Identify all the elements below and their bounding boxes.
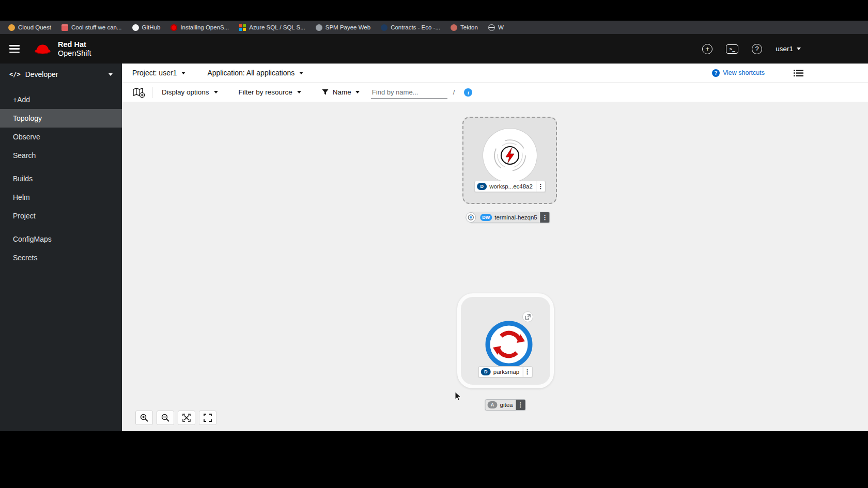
sidebar-item-topology[interactable]: Topology xyxy=(0,109,122,128)
masthead: Red Hat OpenShift + >_ ? user1 xyxy=(0,34,868,64)
github-favicon xyxy=(132,24,139,31)
bookmark-github[interactable]: GitHub xyxy=(132,24,161,31)
spm-favicon xyxy=(316,24,322,31)
brand-openshift: OpenShift xyxy=(58,49,91,57)
bookmark-cloud-quest[interactable]: Cloud Quest xyxy=(8,24,51,31)
web-terminal-icon[interactable]: >_ xyxy=(726,44,738,54)
sidebar-item-observe[interactable]: Observe xyxy=(0,128,122,146)
question-circle-icon: ? xyxy=(712,69,720,77)
user-name: user1 xyxy=(776,45,793,53)
mouse-cursor xyxy=(455,391,462,402)
application-badge: A xyxy=(488,401,498,408)
chevron-down-icon xyxy=(355,91,360,93)
perspective-switcher[interactable]: </> Developer xyxy=(0,64,122,83)
external-link-decorator[interactable] xyxy=(522,311,533,322)
external-link-icon xyxy=(525,314,531,320)
add-plus-circle-icon[interactable]: + xyxy=(702,44,712,54)
kebab-menu-icon[interactable] xyxy=(516,400,525,410)
contracts-favicon xyxy=(381,24,388,31)
bookmark-label: SPM Payee Web xyxy=(326,24,370,30)
workspace-node-label[interactable]: D worksp...ec48a2 xyxy=(474,181,546,192)
zoom-in-button[interactable] xyxy=(135,411,153,425)
bookmark-cool-stuff[interactable]: Cool stuff we can... xyxy=(61,24,122,31)
chevron-down-icon xyxy=(299,72,303,74)
tekton-favicon xyxy=(451,24,457,31)
filter-funnel-icon xyxy=(322,89,329,96)
bookmark-label: Contracts - Eco -... xyxy=(391,24,440,30)
context-bar-right: ? View shortcuts xyxy=(712,69,803,77)
chevron-down-icon xyxy=(181,72,185,74)
masthead-utilities: + >_ ? user1 xyxy=(702,44,801,54)
project-selector-label: Project: user1 xyxy=(132,69,177,77)
bookmark-azure-sql[interactable]: Azure SQL / SQL S... xyxy=(239,24,305,31)
bookmark-tekton[interactable]: Tekton xyxy=(451,24,478,31)
kebab-menu-icon[interactable] xyxy=(540,212,550,223)
fit-to-screen-button[interactable] xyxy=(178,411,195,425)
view-shortcuts-link[interactable]: ? View shortcuts xyxy=(712,69,765,77)
workspace-node-circle[interactable] xyxy=(483,129,537,182)
deployment-badge: D xyxy=(477,183,487,190)
name-filter-dropdown[interactable]: Name xyxy=(322,88,360,96)
bookmark-label: Tekton xyxy=(460,24,478,30)
openshift-favicon xyxy=(171,24,177,31)
parksmap-ring xyxy=(488,323,530,366)
user-menu[interactable]: user1 xyxy=(776,45,801,53)
redhat-fedora-icon xyxy=(33,42,53,56)
reading-list-favicon xyxy=(61,24,68,31)
sidebar-item-add[interactable]: +Add xyxy=(0,90,122,109)
display-options-dropdown[interactable]: Display options xyxy=(162,88,218,96)
sidebar-item-configmaps[interactable]: ConfigMaps xyxy=(0,230,122,248)
globe-favicon xyxy=(488,24,495,31)
topology-toolbar: Display options Filter by resource Name … xyxy=(122,83,868,102)
sidebar-item-secrets[interactable]: Secrets xyxy=(0,248,122,267)
display-options-label: Display options xyxy=(162,88,209,96)
project-selector[interactable]: Project: user1 xyxy=(132,69,185,77)
bookmark-contracts[interactable]: Contracts - Eco -... xyxy=(381,24,440,31)
zoom-out-button[interactable] xyxy=(157,411,174,425)
node-label-text: gitea xyxy=(500,402,516,408)
sidebar-item-search[interactable]: Search xyxy=(0,146,122,165)
nav-section-gap xyxy=(0,165,122,169)
devworkspace-bolt-icon xyxy=(491,137,529,174)
find-by-name-input[interactable] xyxy=(371,86,447,99)
parksmap-node[interactable] xyxy=(484,320,534,369)
kebab-menu-icon[interactable] xyxy=(522,367,532,377)
chevron-down-icon xyxy=(297,91,301,93)
hamburger-menu-icon[interactable] xyxy=(9,45,20,53)
brand-redhat: Red Hat xyxy=(58,40,91,49)
deployment-badge: D xyxy=(481,368,491,375)
topology-canvas[interactable]: D worksp...ec48a2 DW terminal-hezqn5 xyxy=(122,102,868,431)
sidebar-item-helm[interactable]: Helm xyxy=(0,188,122,207)
cloud-quest-favicon xyxy=(8,24,15,31)
parksmap-node-label[interactable]: D parksmap xyxy=(478,366,533,377)
perspective-label: Developer xyxy=(25,70,58,78)
redhat-openshift-logo[interactable]: Red Hat OpenShift xyxy=(33,40,91,57)
bookmark-spm-payee-web[interactable]: SPM Payee Web xyxy=(316,24,370,31)
main-content: Project: user1 Application: All applicat… xyxy=(122,64,868,431)
sidebar-item-builds[interactable]: Builds xyxy=(0,169,122,188)
bookmark-w[interactable]: W xyxy=(488,24,504,31)
node-label-text: parksmap xyxy=(493,369,523,375)
node-label-text: worksp...ec48a2 xyxy=(489,183,536,190)
screen: Cloud Quest Cool stuff we can... GitHub … xyxy=(0,0,868,488)
application-selector[interactable]: Application: All applications xyxy=(207,69,303,77)
info-icon[interactable]: i xyxy=(464,88,472,97)
kebab-menu-icon[interactable] xyxy=(536,181,545,192)
bookmark-label: GitHub xyxy=(142,24,161,30)
fullscreen-button[interactable] xyxy=(199,411,216,425)
list-view-toggle-icon[interactable] xyxy=(794,69,803,77)
terminal-node-label[interactable]: DW terminal-hezqn5 xyxy=(471,212,550,223)
sidebar-item-project[interactable]: Project xyxy=(0,207,122,225)
azure-favicon xyxy=(239,24,246,31)
chevron-down-icon xyxy=(214,91,218,93)
export-application-map-icon[interactable] xyxy=(132,87,145,98)
node-decorator-icon xyxy=(466,212,476,223)
name-filter-label: Name xyxy=(333,88,351,96)
gitea-node-label[interactable]: A gitea xyxy=(485,399,526,411)
filter-by-resource-dropdown[interactable]: Filter by resource xyxy=(239,88,301,96)
bookmark-label: W xyxy=(498,24,504,30)
bookmark-installing-openshift[interactable]: Installing OpenS... xyxy=(171,24,229,31)
bookmark-label: Installing OpenS... xyxy=(180,24,229,30)
slash-shortcut-hint: / xyxy=(453,88,455,96)
help-icon[interactable]: ? xyxy=(752,44,762,54)
